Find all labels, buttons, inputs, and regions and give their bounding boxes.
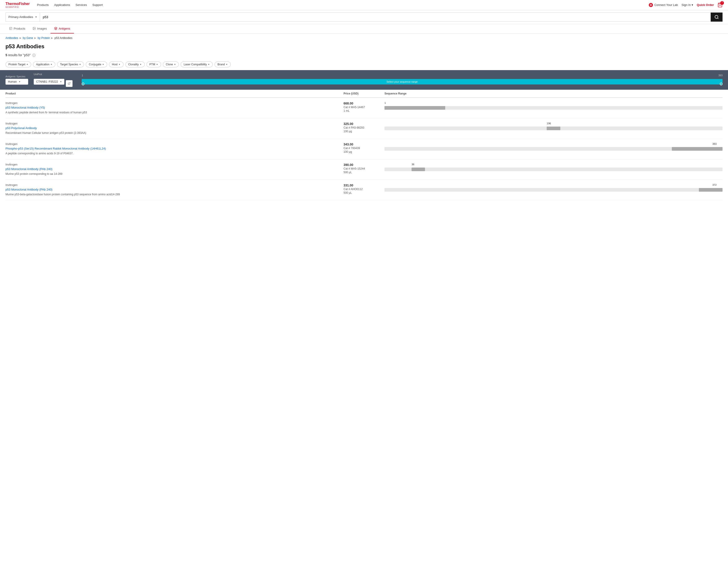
chevron-down-icon: ▼ [174,63,176,66]
antigenic-species-dropdown[interactable]: Human ▼ [5,79,28,85]
antigen-icon [54,27,57,30]
col-product: Product [5,92,343,95]
search-button[interactable] [711,12,723,22]
filter-brand[interactable]: Brand ▼ [214,61,231,67]
product-cat-4: Cat # AHO0112 [343,187,385,191]
sequence-end-label: 393 [719,74,723,77]
product-desc-3: Murine p53 protein corresponding to aa 1… [5,172,343,176]
breadcrumb-current: p53 Antibodies [54,36,72,40]
product-rows: Invitrogen p53 Monoclonal Antibody (Y5) … [5,98,723,200]
logo-scientific: SCIENTIFIC [5,6,30,8]
results-query: "p53" [23,53,30,57]
product-size-2: 100 µg [343,150,385,153]
connect-lab-label: Connect Your Lab [654,3,678,7]
product-brand-4: Invitrogen [5,183,343,187]
connect-lab-button[interactable]: Connect Your Lab [649,3,678,7]
chevron-down-icon: ▼ [226,63,228,66]
tab-products[interactable]: Products [5,24,29,33]
filter-host[interactable]: Host ▼ [109,61,124,67]
svg-line-8 [69,83,70,84]
filter-conjugate[interactable]: Conjugate ▼ [86,61,107,67]
table-row: Invitrogen p53 Monoclonal Antibody (Y5) … [5,98,723,118]
filter-ptm[interactable]: PTM ▼ [147,61,161,67]
chevron-down-icon: ▼ [35,16,37,18]
product-name-4[interactable]: p53 Monoclonal Antibody (PAb 240) [5,188,52,191]
filter-protein-target[interactable]: Protein Target ▼ [5,61,31,67]
sequence-range-track[interactable]: Select your sequence range [82,79,723,84]
info-icon[interactable]: i [32,54,35,57]
nav-products[interactable]: Products [37,3,49,7]
uniprot-value: CTNNB1: P35222 [36,80,58,83]
product-name-2[interactable]: Phospho-p53 (Ser15) Recombinant Rabbit M… [5,147,106,150]
page-title: p53 Antibodies [0,42,728,52]
filter-target-species[interactable]: Target Species ▼ [57,61,84,67]
product-pricing-3: 390.00 Cat # MA5-15244 500 µL [343,163,385,174]
chevron-down-icon: ▼ [140,63,142,66]
antigen-bar: Antigenic Species Human ▼ UniProt CTNNB1… [0,70,728,90]
seq-label-3: 36 [412,163,414,166]
uniprot-label: UniProt [34,73,73,76]
product-info-4: Invitrogen p53 Monoclonal Antibody (PAb … [5,183,343,197]
tab-images[interactable]: Images [29,24,51,33]
sequence-start-label: 1 [82,74,83,77]
filter-host-label: Host [112,63,118,66]
search-input[interactable] [40,12,711,22]
product-size-1: 100 µg [343,130,385,133]
header: ThermoFisher SCIENTIFIC Products Applica… [0,0,728,10]
breadcrumb-by-protein[interactable]: by Protein [37,36,50,40]
seq-bar-fill-3 [412,168,425,171]
chevron-down-icon: ▼ [102,63,104,66]
filter-application[interactable]: Application ▼ [33,61,55,67]
product-brand-3: Invitrogen [5,163,343,166]
sign-in-button[interactable]: Sign In ▾ [682,3,693,7]
product-price-4: 331.00 [343,183,385,187]
box-icon [9,27,12,30]
connect-icon [649,3,653,7]
uniprot-dropdown[interactable]: CTNNB1: P35222 ▼ [34,79,64,85]
product-price-1: 325.00 [343,122,385,126]
tab-antigens[interactable]: Antigens [51,24,74,33]
table-row: Invitrogen Phospho-p53 (Ser15) Recombina… [5,139,723,159]
search-category-dropdown[interactable]: Primary Antibodies ▼ [5,12,40,22]
filter-brand-label: Brand [217,63,225,66]
product-desc-1: Recombinant Human Cellular tumor antigen… [5,131,343,135]
filter-clone[interactable]: Clone ▼ [163,61,179,67]
nav-applications[interactable]: Applications [54,3,70,7]
filter-laser-compatibility[interactable]: Laser Compatibility ▼ [181,61,213,67]
product-name-3[interactable]: p53 Monoclonal Antibody (PAb 240) [5,167,52,171]
image-icon [32,27,36,30]
results-count: 5 results for "p53" i [0,52,728,60]
products-table: Product Price (USD) Sequence Range Invit… [0,90,728,200]
breadcrumb-by-gene[interactable]: by Gene [23,36,33,40]
seq-bar-bg-3 [385,168,723,171]
quick-order-button[interactable]: Quick Order [697,3,714,7]
filter-clonality[interactable]: Clonality ▼ [125,61,145,67]
product-pricing-1: 325.00 Cat # PA5-98293 100 µg [343,122,385,133]
product-size-0: 1 mL [343,109,385,112]
product-size-4: 500 µL [343,191,385,195]
external-link-button[interactable] [66,80,73,87]
sequence-slider-right-handle[interactable] [720,83,723,85]
filter-ptm-label: PTM [150,63,155,66]
table-row: Invitrogen p53 Polyclonal Antibody Recom… [5,118,723,139]
product-seq-range-2: 393 [385,143,723,151]
tab-images-label: Images [37,27,47,30]
seq-label-4: 372 [712,183,717,186]
filter-chips: Protein Target ▼ Application ▼ Target Sp… [0,60,728,70]
sequence-slider-left-handle[interactable] [82,83,84,85]
product-seq-range-1: 196 [385,122,723,130]
filter-clone-label: Clone [166,63,173,66]
breadcrumb-sep-1: ▶ [20,37,21,39]
cart-button[interactable]: 7 [718,2,723,7]
product-brand-2: Invitrogen [5,143,343,146]
product-name-0[interactable]: p53 Monoclonal Antibody (Y5) [5,106,45,109]
nav-services[interactable]: Services [76,3,87,7]
seq-bar-bg-4 [385,188,723,192]
product-name-1[interactable]: p53 Polyclonal Antibody [5,126,37,130]
sequence-slider[interactable]: Select your sequence range [82,78,723,86]
col-price: Price (USD) [343,92,385,95]
nav-support[interactable]: Support [93,3,103,7]
breadcrumb-antibodies[interactable]: Antibodies [5,36,18,40]
product-seq-range-0: 1 [385,102,723,110]
search-bar: Primary Antibodies ▼ [0,10,728,24]
